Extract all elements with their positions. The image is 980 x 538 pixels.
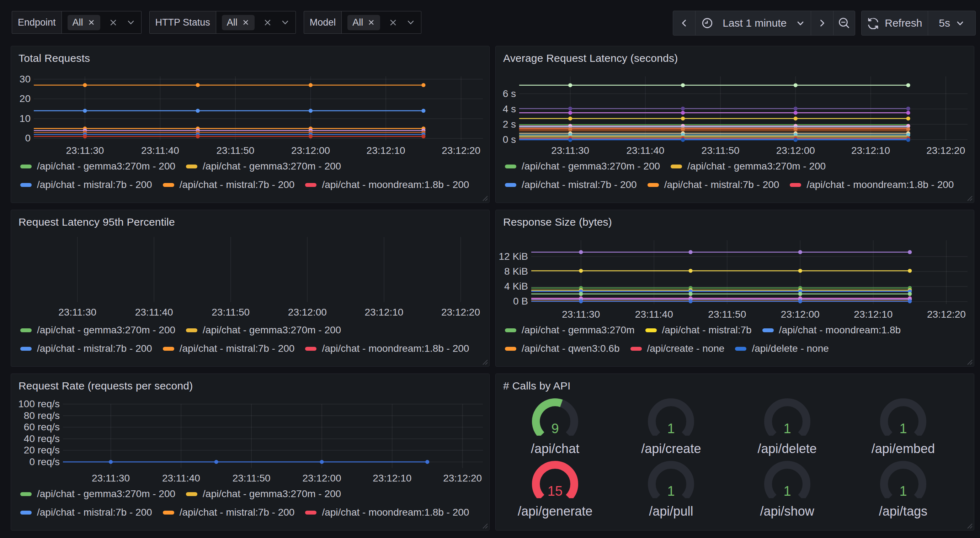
filter-http-status-selected-pill[interactable]: All (222, 15, 255, 30)
legend-series-label: /api/chat - gemma3:270m - 200 (203, 488, 341, 500)
gauge-arc: 1 (644, 456, 698, 498)
legend-item[interactable]: /api/chat - mistral:7b - 200 (20, 179, 152, 190)
filter-http-status-value[interactable]: All (216, 11, 296, 33)
legend-series-color-chip (163, 511, 174, 514)
y-tick-label: 30 (19, 73, 30, 84)
legend-item[interactable]: /api/chat - gemma3:270m - 200 (186, 160, 341, 172)
gauge-value: 1 (667, 421, 675, 436)
legend-series-label: /api/chat - gemma3:270m (522, 324, 635, 336)
series-point (908, 250, 912, 254)
legend-item[interactable]: /api/chat - moondream:1.8b (762, 324, 901, 336)
legend-item[interactable]: /api/chat - gemma3:270m - 200 (186, 324, 341, 336)
series-point (309, 134, 313, 138)
series-point (794, 106, 798, 111)
gauge-arc: 1 (760, 394, 814, 436)
legend-item[interactable]: /api/chat - gemma3:270m - 200 (20, 324, 175, 336)
legend-item[interactable]: /api/chat - moondream:1.8b - 200 (305, 179, 469, 190)
series-point (689, 299, 692, 303)
time-shift-forward-button[interactable] (811, 11, 833, 35)
legend-item[interactable]: /api/chat - mistral:7b - 200 (505, 179, 637, 190)
panel-resize-grip[interactable] (965, 521, 973, 529)
legend-item[interactable]: /api/chat - moondream:1.8b - 200 (305, 507, 469, 518)
legend-series-color-chip (163, 347, 174, 351)
legend-item[interactable]: /api/chat - gemma3:270m (505, 324, 635, 336)
panel-resize-grip[interactable] (480, 357, 488, 365)
chevron-down-icon[interactable] (280, 18, 290, 27)
gauge-label: /api/chat (531, 441, 579, 456)
time-shift-back-button[interactable] (673, 11, 695, 35)
legend-item[interactable]: /api/chat - mistral:7b - 200 (163, 343, 295, 354)
panel-title[interactable]: # Calls by API (503, 380, 571, 392)
legend: /api/chat - gemma3:270m - 200/api/chat -… (20, 488, 479, 518)
filter-model-label: Model (304, 11, 342, 33)
legend-item[interactable]: /api/chat - mistral:7b - 200 (648, 179, 780, 190)
chevron-down-icon[interactable] (406, 18, 415, 27)
legend-series-label: /api/chat - mistral:7b - 200 (664, 179, 780, 190)
legend-item[interactable]: /api/chat - qwen3:0.6b (505, 343, 620, 354)
y-tick-label: 12 KiB (499, 251, 528, 262)
remove-value-icon[interactable] (88, 19, 95, 26)
legend-item[interactable]: /api/chat - gemma3:270m - 200 (671, 160, 826, 172)
legend-item[interactable]: /api/chat - mistral:7b - 200 (163, 507, 295, 518)
legend-item[interactable]: /api/chat - mistral:7b (645, 324, 752, 336)
panel-resize-grip[interactable] (480, 521, 488, 529)
legend-series-color-chip (648, 183, 659, 187)
legend-item[interactable]: /api/delete - none (735, 343, 829, 354)
legend-row: /api/chat - qwen3:0.6b/api/create - none… (505, 343, 964, 354)
legend-series-color-chip (186, 492, 197, 496)
filter-endpoint-selected-pill[interactable]: All (68, 15, 100, 30)
legend-item[interactable]: /api/create - none (630, 343, 725, 354)
x-tick-label: 23:12:20 (927, 309, 966, 320)
refresh-label: Refresh (885, 17, 922, 29)
panel-resize-grip[interactable] (965, 194, 973, 202)
filter-model-selected-pill[interactable]: All (347, 15, 380, 30)
x-tick-label: 23:11:30 (66, 145, 104, 156)
series-point (798, 269, 802, 273)
y-tick-label: 8 KiB (504, 266, 528, 277)
legend-item[interactable]: /api/chat - moondream:1.8b - 200 (790, 179, 954, 190)
legend-item[interactable]: /api/chat - mistral:7b - 200 (163, 179, 295, 190)
chevron-down-icon[interactable] (126, 18, 135, 27)
legend-item[interactable]: /api/chat - mistral:7b - 200 (20, 507, 152, 518)
clear-filter-icon[interactable] (263, 18, 272, 27)
legend-item[interactable]: /api/chat - gemma3:270m - 200 (20, 160, 175, 172)
x-tick-label: 23:11:40 (141, 145, 179, 156)
legend-series-color-chip (20, 511, 32, 514)
filter-endpoint-value[interactable]: All (62, 11, 141, 33)
legend-row: /api/chat - mistral:7b - 200/api/chat - … (20, 343, 479, 354)
legend-item[interactable]: /api/chat - gemma3:270m - 200 (186, 488, 341, 500)
series-point (908, 299, 912, 303)
legend: /api/chat - gemma3:270m - 200/api/chat -… (505, 160, 964, 190)
series-point (83, 109, 87, 113)
series-point (196, 134, 200, 138)
series-point (689, 250, 692, 254)
filter-endpoint-selected-text: All (73, 17, 83, 28)
legend-item[interactable]: /api/chat - gemma3:270m - 200 (505, 160, 660, 172)
x-tick-label: 23:12:10 (373, 473, 411, 484)
legend-series-color-chip (305, 183, 317, 187)
remove-value-icon[interactable] (368, 19, 375, 26)
filter-model-value[interactable]: All (342, 11, 421, 33)
legend-item[interactable]: /api/chat - moondream:1.8b - 200 (305, 343, 469, 354)
panel-resize-grip[interactable] (965, 357, 973, 365)
series-point (794, 138, 798, 142)
legend-item[interactable]: /api/chat - gemma3:270m - 200 (20, 488, 175, 500)
time-zoom-out-button[interactable] (833, 11, 855, 35)
gauge-value: 1 (667, 484, 675, 498)
legend-item[interactable]: /api/chat - mistral:7b - 200 (20, 343, 152, 354)
x-tick-label: 23:12:10 (854, 309, 892, 320)
gauge-label: /api/embed (872, 441, 935, 456)
gauge-api-generate: 15/api/generate (497, 456, 613, 519)
clear-filter-icon[interactable] (109, 18, 118, 27)
clear-filter-icon[interactable] (389, 18, 398, 27)
panel-resize-grip[interactable] (480, 194, 488, 202)
time-picker-group: Last 1 minute (673, 11, 855, 35)
remove-value-icon[interactable] (242, 19, 250, 26)
time-range-picker-button[interactable]: Last 1 minute (695, 11, 811, 35)
legend-series-color-chip (671, 165, 682, 168)
series-point (422, 109, 425, 113)
refresh-button[interactable]: Refresh (862, 11, 928, 35)
legend: /api/chat - gemma3:270m - 200/api/chat -… (20, 324, 479, 354)
refresh-interval-button[interactable]: 5s (928, 11, 975, 35)
x-tick-label: 23:11:40 (626, 145, 664, 156)
